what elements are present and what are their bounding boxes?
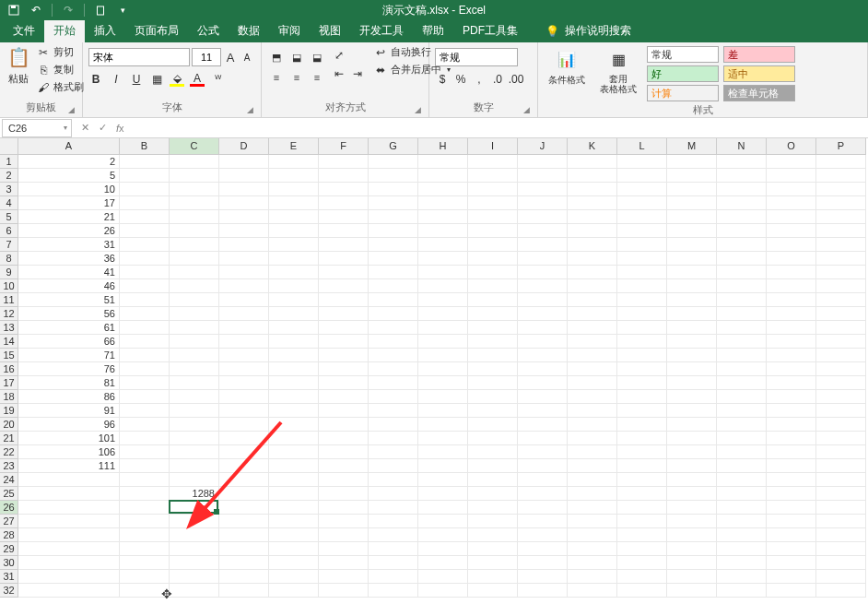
cell-M26[interactable] <box>667 501 717 515</box>
cell-P30[interactable] <box>816 556 866 570</box>
cell-A1[interactable]: 2 <box>18 155 120 169</box>
cell-N28[interactable] <box>717 528 767 542</box>
cell-D30[interactable] <box>219 556 269 570</box>
cell-E2[interactable] <box>269 169 319 183</box>
cell-D18[interactable] <box>219 390 269 404</box>
cell-E15[interactable] <box>269 349 319 362</box>
enter-formula-icon[interactable]: ✓ <box>99 122 107 134</box>
cell-E32[interactable] <box>269 584 319 598</box>
cell-E26[interactable] <box>269 501 319 515</box>
cell-C6[interactable] <box>170 224 219 238</box>
cell-F24[interactable] <box>319 473 369 487</box>
cell-A26[interactable] <box>18 501 120 515</box>
cell-C3[interactable] <box>170 183 219 196</box>
cell-grid[interactable]: 2510172126313641465156616671768186919610… <box>18 155 868 604</box>
align-middle-icon[interactable]: ⬓ <box>287 48 306 66</box>
increase-indent-icon[interactable]: ⇥ <box>350 66 365 81</box>
cell-G31[interactable] <box>369 570 418 584</box>
cell-G23[interactable] <box>369 459 418 473</box>
shrink-font-icon[interactable]: A <box>240 50 254 65</box>
cell-O8[interactable] <box>767 252 816 266</box>
cell-I4[interactable] <box>468 196 518 210</box>
cell-O6[interactable] <box>767 224 816 238</box>
cell-B9[interactable] <box>120 266 170 279</box>
cell-M28[interactable] <box>667 528 717 542</box>
cell-D29[interactable] <box>219 542 269 556</box>
cell-O17[interactable] <box>767 376 816 390</box>
cell-K27[interactable] <box>568 515 617 528</box>
row-header-9[interactable]: 9 <box>0 266 18 279</box>
cell-E25[interactable] <box>269 487 319 501</box>
cell-M20[interactable] <box>667 418 717 432</box>
cell-I18[interactable] <box>468 390 518 404</box>
style-good[interactable]: 好 <box>647 65 719 82</box>
cell-M19[interactable] <box>667 404 717 418</box>
cell-N3[interactable] <box>717 183 767 196</box>
cell-B14[interactable] <box>120 335 170 349</box>
cell-L12[interactable] <box>617 307 667 321</box>
cell-B25[interactable] <box>120 487 170 501</box>
cell-A32[interactable] <box>18 584 120 598</box>
cell-F19[interactable] <box>319 404 369 418</box>
cell-O31[interactable] <box>767 570 816 584</box>
name-box[interactable]: C26▾ <box>2 119 72 137</box>
cell-E18[interactable] <box>269 390 319 404</box>
cell-C1[interactable] <box>170 155 219 169</box>
cell-P6[interactable] <box>816 224 866 238</box>
cell-H30[interactable] <box>418 556 468 570</box>
cell-D10[interactable] <box>219 279 269 293</box>
cell-A10[interactable]: 46 <box>18 279 120 293</box>
grow-font-icon[interactable]: A <box>223 50 238 65</box>
cell-K4[interactable] <box>568 196 617 210</box>
cell-K7[interactable] <box>568 238 617 252</box>
cell-B23[interactable] <box>120 459 170 473</box>
cell-O13[interactable] <box>767 321 816 335</box>
cell-P31[interactable] <box>816 570 866 584</box>
cell-H19[interactable] <box>418 404 468 418</box>
col-header-K[interactable]: K <box>568 138 617 155</box>
cell-O5[interactable] <box>767 210 816 224</box>
cell-K14[interactable] <box>568 335 617 349</box>
format-painter-button[interactable]: 🖌格式刷 <box>35 79 86 95</box>
cell-E23[interactable] <box>269 459 319 473</box>
cell-D3[interactable] <box>219 183 269 196</box>
cell-N26[interactable] <box>717 501 767 515</box>
cell-I17[interactable] <box>468 376 518 390</box>
cell-D28[interactable] <box>219 528 269 542</box>
cell-H29[interactable] <box>418 542 468 556</box>
cell-O26[interactable] <box>767 501 816 515</box>
cell-N7[interactable] <box>717 238 767 252</box>
cell-L4[interactable] <box>617 196 667 210</box>
row-header-24[interactable]: 24 <box>0 473 18 487</box>
cell-O21[interactable] <box>767 432 816 445</box>
cell-F25[interactable] <box>319 487 369 501</box>
paste-button[interactable]: 📋 粘贴 <box>6 44 31 86</box>
cell-G3[interactable] <box>369 183 418 196</box>
cell-O28[interactable] <box>767 528 816 542</box>
cell-O16[interactable] <box>767 362 816 376</box>
row-header-11[interactable]: 11 <box>0 293 18 307</box>
cell-I1[interactable] <box>468 155 518 169</box>
cell-F20[interactable] <box>319 418 369 432</box>
cell-L6[interactable] <box>617 224 667 238</box>
align-left-icon[interactable]: ≡ <box>267 68 286 87</box>
cell-P18[interactable] <box>816 390 866 404</box>
cell-P25[interactable] <box>816 487 866 501</box>
cell-J4[interactable] <box>518 196 568 210</box>
cell-P4[interactable] <box>816 196 866 210</box>
clipboard-launcher-icon[interactable]: ◢ <box>68 105 75 114</box>
cell-P12[interactable] <box>816 307 866 321</box>
col-header-A[interactable]: A <box>18 138 120 155</box>
cell-K20[interactable] <box>568 418 617 432</box>
style-bad[interactable]: 差 <box>723 46 795 63</box>
cell-M24[interactable] <box>667 473 717 487</box>
cell-H12[interactable] <box>418 307 468 321</box>
cell-J6[interactable] <box>518 224 568 238</box>
cell-K29[interactable] <box>568 542 617 556</box>
col-header-D[interactable]: D <box>219 138 269 155</box>
cell-J21[interactable] <box>518 432 568 445</box>
cell-B21[interactable] <box>120 432 170 445</box>
cell-P2[interactable] <box>816 169 866 183</box>
cell-M4[interactable] <box>667 196 717 210</box>
cell-G10[interactable] <box>369 279 418 293</box>
